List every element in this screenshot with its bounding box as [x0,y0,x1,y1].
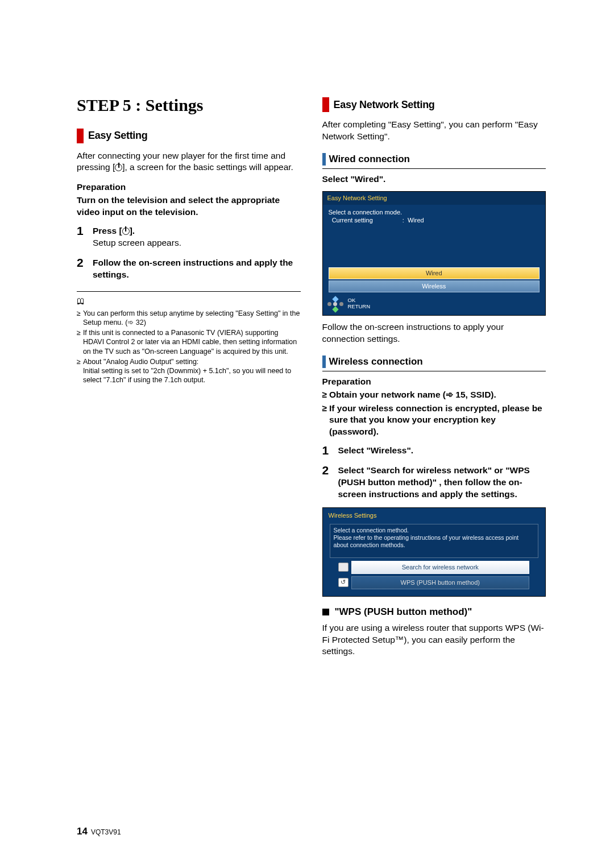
wired-label: Wired connection [329,153,410,168]
wired-heading: Wired connection [322,153,546,169]
divider [77,291,301,292]
wps-heading-text: "WPS (PUSH button method)" [335,606,472,617]
note-item: You can perform this setup anytime by se… [77,309,301,328]
wireless-heading: Wireless connection [322,356,546,371]
wps-heading: "WPS (PUSH button method)" [322,606,546,619]
dpad-icon [327,297,345,311]
note2: If this unit is connected to a Panasonic… [83,328,301,356]
red-bar-icon [77,129,84,143]
doc-code: VQT3V91 [91,828,121,836]
easy-setting-intro: After connecting your new player for the… [77,150,301,174]
option-wps: WPS (PUSH button method) [351,576,530,589]
easy-setting-steps: 1 Press []. Setup screen appears. 2 Foll… [77,224,301,281]
cur-setting-label: Current setting [332,217,373,224]
step1-bold-b: ]. [130,226,135,235]
step-body: Press []. Setup screen appears. [93,224,301,249]
blue-tick-icon [322,356,326,368]
option-wired: Wired [329,267,540,279]
step1-bold-a: Press [ [93,226,122,235]
easy-network-label: Easy Network Setting [334,98,435,111]
power-icon [122,228,130,235]
blue-tick-icon [322,153,326,166]
easy-network-intro: After completing "Easy Setting", you can… [322,119,546,143]
note-book-icon: 🕮 [77,296,85,307]
page-footer: 14VQT3V91 [77,825,121,838]
wireless-step2: Select "Search for wireless network" or … [338,464,546,501]
option-wireless: Wireless [329,280,540,292]
manual-page: STEP 5 : Settings Easy Setting After con… [0,0,614,697]
wireless-settings-screen: Wireless Settings Select a connection me… [322,507,546,597]
bullet2: If your wireless connection is encrypted… [329,403,546,439]
step-number: 1 [77,224,93,249]
wireless-step1: Select "Wireless". [338,444,546,457]
easy-setting-heading: Easy Setting [77,129,301,143]
step-item: 2 Select "Search for wireless network" o… [322,464,546,501]
power-icon [115,164,122,171]
step1-desc: Setup screen appears. [93,238,181,247]
wireless-prep-bullets: Obtain your network name (➾ 15, SSID). I… [322,389,546,439]
screen-footer: OK RETURN [323,294,546,315]
two-column-layout: STEP 5 : Settings Easy Setting After con… [77,94,546,663]
note-item: About "Analog Audio Output" setting: Ini… [77,357,301,385]
bullet1: Obtain your network name (➾ 15, SSID). [329,389,496,401]
return-label: RETURN [348,304,371,309]
notes-list: You can perform this setup anytime by se… [77,309,301,385]
select-wired: Select "Wired". [322,173,546,185]
left-column: STEP 5 : Settings Easy Setting After con… [77,94,301,663]
wireless-label: Wireless connection [329,356,423,371]
screen-line2: Current setting : Wired [329,216,540,225]
note3: About "Analog Audio Output" setting: Ini… [83,357,301,385]
screen2-title: Wireless Settings [323,508,546,521]
bullet-item: Obtain your network name (➾ 15, SSID). [322,389,546,401]
step2-bold: Follow the on-screen instructions and ap… [93,256,301,281]
step-number: 1 [322,444,338,457]
bullet-item: If your wireless connection is encrypted… [322,403,546,439]
cur-setting-value: : Wired [403,217,424,224]
screen-options: Wired Wireless [329,267,540,292]
wireless-prep-label: Preparation [322,376,546,388]
right-column: Easy Network Setting After completing "E… [322,94,546,663]
easy-network-screen: Easy Network Setting Select a connection… [322,191,546,316]
red-bar-icon [322,97,329,112]
black-square-icon [322,609,329,615]
wired-after: Follow the on-screen instructions to app… [322,321,546,345]
note-item: If this unit is connected to a Panasonic… [77,328,301,356]
screen-title: Easy Network Setting [323,192,546,205]
note1: You can perform this setup anytime by se… [83,309,301,328]
step-item: 2 Follow the on-screen instructions and … [77,256,301,281]
wps-body: If you are using a wireless router that … [322,622,546,658]
footer-labels: OK RETURN [348,297,371,309]
step-number: 2 [322,464,338,501]
preparation-text: Turn on the television and select the ap… [77,195,301,218]
step-number: 2 [77,256,93,281]
page-number: 14 [77,826,88,837]
screen-body: Select a connection mode. Current settin… [323,205,546,294]
easy-setting-label: Easy Setting [88,129,147,142]
step-item: 1 Press []. Setup screen appears. [77,224,301,249]
screen-line1: Select a connection mode. [329,208,540,217]
intro-part2: ], a screen for the basic settings will … [122,162,293,172]
step-title: STEP 5 : Settings [77,94,301,117]
option-search: Search for wireless network [351,561,530,574]
easy-network-heading: Easy Network Setting [322,97,546,112]
screen2-instructions: Select a connection method. Please refer… [330,524,539,558]
wireless-steps: 1 Select "Wireless". 2 Select "Search fo… [322,444,546,501]
preparation-label: Preparation [77,181,301,193]
step-item: 1 Select "Wireless". [322,444,546,457]
